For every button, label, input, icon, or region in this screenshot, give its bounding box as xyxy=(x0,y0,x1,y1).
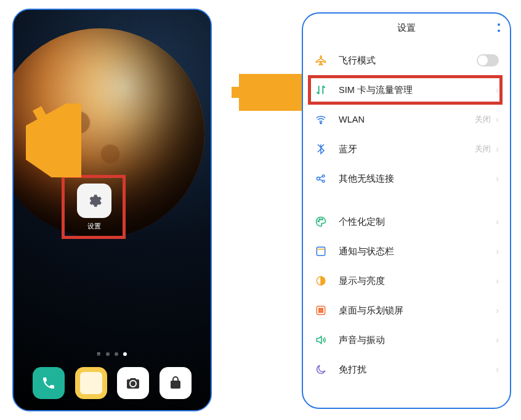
svg-rect-14 xyxy=(319,309,321,310)
app-settings-label: 设置 xyxy=(87,222,101,231)
row-label: 其他无线连接 xyxy=(339,173,496,185)
row-label: 显示与亮度 xyxy=(339,275,496,287)
group-separator xyxy=(303,193,510,207)
row-label: 蓝牙 xyxy=(339,143,475,155)
settings-header: 设置 xyxy=(303,14,510,42)
gear-icon xyxy=(77,184,111,218)
wireless-icon xyxy=(314,172,328,185)
settings-row-airplane[interactable]: 飞行模式 xyxy=(303,46,510,75)
settings-row-wifi[interactable]: WLAN关闭› xyxy=(303,105,510,134)
settings-row-wireless[interactable]: 其他无线连接› xyxy=(303,164,510,193)
page-indicator: ≡ xyxy=(14,350,211,357)
wifi-icon xyxy=(314,113,328,126)
chevron-right-icon: › xyxy=(496,276,499,286)
chevron-right-icon: › xyxy=(496,115,499,124)
row-label: 飞行模式 xyxy=(339,55,477,67)
chevron-right-icon: › xyxy=(496,365,499,374)
chevron-right-icon: › xyxy=(496,246,499,256)
settings-row-launcher[interactable]: 桌面与乐划锁屏› xyxy=(303,296,510,325)
settings-row-bluetooth[interactable]: 蓝牙关闭› xyxy=(303,134,510,164)
settings-list: 飞行模式SIM 卡与流量管理›WLAN关闭›蓝牙关闭›其他无线连接› 个性化定制… xyxy=(303,42,510,408)
row-label: 声音与振动 xyxy=(339,334,496,346)
row-label: 通知与状态栏 xyxy=(339,246,496,257)
dock-phone-app[interactable] xyxy=(33,367,65,399)
phone-settings-screen: 设置 飞行模式SIM 卡与流量管理›WLAN关闭›蓝牙关闭›其他无线连接› 个性… xyxy=(302,12,511,409)
svg-point-3 xyxy=(498,30,500,32)
settings-row-sound[interactable]: 声音与振动› xyxy=(303,325,510,355)
app-settings[interactable]: 设置 xyxy=(70,184,118,243)
row-label: 桌面与乐划锁屏 xyxy=(339,305,496,317)
chevron-right-icon: › xyxy=(496,335,499,345)
svg-point-2 xyxy=(498,23,500,26)
display-icon xyxy=(314,274,328,288)
row-status: 关闭 xyxy=(475,143,491,155)
settings-row-theme[interactable]: 个性化定制› xyxy=(303,207,510,236)
dock-notes-app[interactable] xyxy=(75,367,107,399)
settings-row-display[interactable]: 显示与亮度› xyxy=(303,266,510,296)
launcher-icon xyxy=(314,304,328,317)
svg-rect-11 xyxy=(317,247,325,255)
arrow-to-settings-screen xyxy=(228,74,308,111)
phone-home-screen: 设置 ≡ xyxy=(12,9,212,411)
row-label: 个性化定制 xyxy=(339,216,496,228)
svg-point-4 xyxy=(320,123,321,124)
sound-icon xyxy=(314,333,328,347)
svg-point-10 xyxy=(321,219,323,220)
svg-rect-17 xyxy=(321,311,323,313)
sim-icon xyxy=(314,83,328,97)
chevron-right-icon: › xyxy=(496,144,499,154)
svg-point-7 xyxy=(322,180,325,182)
page-dot xyxy=(106,352,110,356)
theme-icon xyxy=(314,215,328,228)
chevron-right-icon: › xyxy=(496,174,499,184)
settings-row-notif[interactable]: 通知与状态栏› xyxy=(303,236,510,266)
toggle-switch[interactable] xyxy=(477,54,499,67)
row-label: WLAN xyxy=(339,115,475,124)
notif-icon xyxy=(314,244,328,258)
svg-point-5 xyxy=(317,177,320,180)
svg-point-8 xyxy=(318,220,319,222)
svg-rect-15 xyxy=(321,309,323,310)
dock-appstore-app[interactable] xyxy=(160,367,192,399)
svg-rect-13 xyxy=(317,306,325,314)
dnd-icon xyxy=(314,363,328,376)
menu-icon: ≡ xyxy=(97,350,102,357)
row-status: 关闭 xyxy=(475,114,491,125)
dock xyxy=(14,367,211,399)
row-label: SIM 卡与流量管理 xyxy=(339,84,496,96)
more-icon[interactable] xyxy=(498,23,500,32)
page-dot-active xyxy=(123,352,127,356)
page-title: 设置 xyxy=(397,22,416,34)
bluetooth-icon xyxy=(314,142,328,156)
svg-point-9 xyxy=(319,219,320,220)
settings-row-sim[interactable]: SIM 卡与流量管理› xyxy=(303,75,510,105)
svg-point-6 xyxy=(322,175,325,177)
row-label: 免打扰 xyxy=(339,364,496,376)
dock-camera-app[interactable] xyxy=(117,367,149,399)
airplane-icon xyxy=(314,54,328,67)
chevron-right-icon: › xyxy=(496,217,499,227)
chevron-right-icon: › xyxy=(496,305,499,315)
svg-rect-16 xyxy=(319,311,321,313)
settings-row-dnd[interactable]: 免打扰› xyxy=(303,355,510,384)
page-dot xyxy=(115,352,118,356)
chevron-right-icon: › xyxy=(496,85,499,95)
